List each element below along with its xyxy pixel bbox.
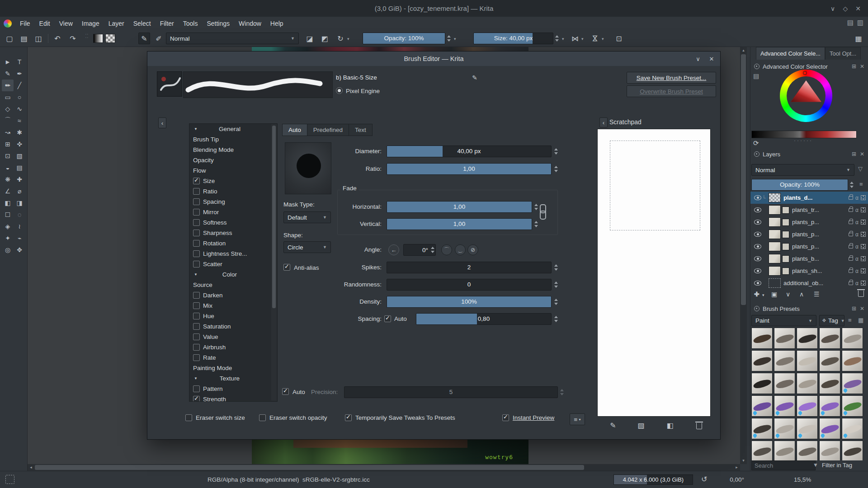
choose-workspace-icon[interactable]: ▦ xyxy=(853,33,864,44)
dialog-titlebar[interactable]: Brush Editor — Krita ∨ ✕ xyxy=(147,52,720,66)
pattern-chooser[interactable] xyxy=(105,34,115,43)
close-docker-icon[interactable]: ✕ xyxy=(860,151,864,157)
polygon-select-tool[interactable]: ◈ xyxy=(2,221,14,232)
close-docker-icon[interactable]: ✕ xyxy=(860,63,864,70)
maximize-icon[interactable]: ◇ xyxy=(840,3,851,14)
menu-item[interactable]: Image xyxy=(77,18,104,29)
ratio-slider[interactable]: 1,00 xyxy=(387,163,552,175)
layer-row[interactable]: └ plants_p... α xyxy=(750,228,868,240)
color-wheel[interactable] xyxy=(780,70,832,122)
list-view-icon[interactable]: ≡ xyxy=(848,317,852,324)
colorize-mask-tool[interactable]: ❋ xyxy=(2,174,14,185)
chevron-down-icon[interactable]: ▾ xyxy=(454,37,456,41)
toolbar-handle[interactable]: ⁚⁚ xyxy=(85,34,87,43)
alpha-lock-icon[interactable]: α xyxy=(855,244,859,250)
brush-option-item[interactable]: ▼ Flow xyxy=(189,165,277,176)
brush-preset[interactable] xyxy=(819,350,840,371)
menu-item[interactable]: Tools xyxy=(179,18,203,29)
layer-row[interactable]: └ plants_sh... α xyxy=(750,265,868,277)
horizontal-scroll-thumb[interactable] xyxy=(35,465,584,470)
zoom-level[interactable]: 15,5% xyxy=(794,476,811,483)
brush-option-item[interactable]: ▼ Darken xyxy=(189,290,277,300)
brush-option-item[interactable]: ▼ Opacity xyxy=(189,155,277,165)
randomness-slider[interactable]: 0 xyxy=(387,279,552,291)
brush-preset[interactable] xyxy=(797,350,818,371)
precision-slider[interactable]: 5 xyxy=(344,386,558,398)
eraser-switch-size-checkbox[interactable] xyxy=(185,414,192,421)
lock-icon[interactable] xyxy=(849,196,853,200)
brush-preset[interactable] xyxy=(842,350,863,371)
pan-tool[interactable]: ✥ xyxy=(14,244,25,256)
brush-preset[interactable] xyxy=(751,418,773,439)
spikes-spin[interactable] xyxy=(553,262,559,273)
eraser-switch-opacity-checkbox[interactable] xyxy=(259,414,266,421)
brush-option-item[interactable]: ▼ Softness xyxy=(189,217,277,228)
scroll-down-icon[interactable]: ▾ xyxy=(740,457,747,464)
filter-layers-icon[interactable]: ▽ xyxy=(858,165,863,172)
save-document-icon[interactable]: ◫ xyxy=(33,33,44,44)
enclose-fill-tool[interactable]: ◨ xyxy=(14,197,25,209)
engine-radio[interactable] xyxy=(336,87,343,94)
brush-option-item[interactable]: ▼ Texture xyxy=(189,373,277,384)
inherit-alpha-icon[interactable] xyxy=(861,207,866,212)
diameter-spin[interactable] xyxy=(553,145,559,157)
tip-tab[interactable]: Auto xyxy=(282,124,307,136)
float-docker-icon[interactable]: ⊞ xyxy=(852,63,856,70)
layer-row[interactable]: └ plants_tr... α xyxy=(750,204,868,216)
redo-icon[interactable]: ↷ xyxy=(67,33,79,44)
alpha-lock-icon[interactable]: α xyxy=(855,231,859,238)
layer-row[interactable]: └ additional_ob... α xyxy=(750,277,868,288)
spacing-slider[interactable]: 0,80 xyxy=(416,313,552,325)
chevron-down-icon[interactable]: ▾ xyxy=(562,37,564,41)
lock-icon[interactable] xyxy=(849,269,853,273)
overwrite-preset-button[interactable]: Overwrite Brush Preset xyxy=(627,85,716,97)
brush-preset[interactable] xyxy=(774,441,795,460)
option-checkbox[interactable] xyxy=(193,313,200,319)
wrap-around-icon[interactable]: ⊡ xyxy=(613,33,625,44)
move-layer-up-button[interactable]: ∧ xyxy=(799,291,804,298)
save-new-preset-button[interactable]: Save New Brush Preset... xyxy=(627,72,716,84)
option-checkbox[interactable] xyxy=(193,333,200,340)
gradient-tool[interactable]: ▧ xyxy=(14,150,25,162)
rename-preset-icon[interactable]: ✎ xyxy=(469,73,480,83)
brush-preset[interactable] xyxy=(751,441,773,460)
brush-option-item[interactable]: ▼ Brush Tip xyxy=(189,134,277,145)
rectangle-tool[interactable]: ▭ xyxy=(2,91,14,103)
eraser-mode-icon[interactable]: ◪ xyxy=(304,33,316,44)
shade-dialog-icon[interactable]: ∨ xyxy=(692,53,704,64)
scroll-up-icon[interactable]: ▴ xyxy=(740,47,747,54)
diameter-slider[interactable]: 40,00 px xyxy=(387,145,552,157)
precision-spin[interactable] xyxy=(559,386,565,398)
chevron-down-icon[interactable]: ▾ xyxy=(762,293,764,297)
smart-patch-tool[interactable]: ✚ xyxy=(14,174,25,185)
option-checkbox[interactable] xyxy=(193,354,200,361)
alpha-lock-icon[interactable]: α xyxy=(855,195,859,201)
minimize-icon[interactable]: ∨ xyxy=(827,3,838,14)
selection-mode-icon[interactable] xyxy=(5,475,14,484)
duplicate-layer-button[interactable]: ▣ xyxy=(771,291,777,298)
spacing-auto-label[interactable]: Auto xyxy=(394,315,407,322)
move-layer-down-button[interactable]: ∨ xyxy=(786,291,790,298)
transform-tool[interactable]: ⊞ xyxy=(2,138,14,150)
brush-preset[interactable] xyxy=(842,373,863,394)
new-document-icon[interactable]: ▢ xyxy=(4,33,15,44)
scratchpad-fill-icon[interactable]: ◧ xyxy=(665,420,675,430)
brush-preset[interactable] xyxy=(842,395,863,417)
density-spin[interactable] xyxy=(553,296,559,308)
brush-option-item[interactable]: ▼ Value xyxy=(189,332,277,342)
inherit-alpha-icon[interactable] xyxy=(861,232,866,237)
freehand-select-tool[interactable]: ≀ xyxy=(14,221,25,232)
choose-brush-preset-icon[interactable]: ✐ xyxy=(153,33,165,44)
brush-preset[interactable] xyxy=(774,418,795,439)
lock-icon[interactable] xyxy=(849,221,853,224)
instant-preview-checkbox[interactable] xyxy=(502,414,509,421)
angle-dial[interactable]: ← xyxy=(388,244,399,255)
brush-preset[interactable] xyxy=(819,395,840,417)
add-layer-button[interactable]: ✚ xyxy=(754,291,760,298)
brush-preset[interactable] xyxy=(797,373,818,394)
lock-icon[interactable] xyxy=(849,233,853,236)
bezier-curve-tool[interactable]: ⌒ xyxy=(2,115,14,127)
ellipse-select-tool[interactable]: ◌ xyxy=(14,209,25,221)
option-checkbox[interactable] xyxy=(193,292,200,299)
option-checkbox[interactable] xyxy=(193,178,200,184)
